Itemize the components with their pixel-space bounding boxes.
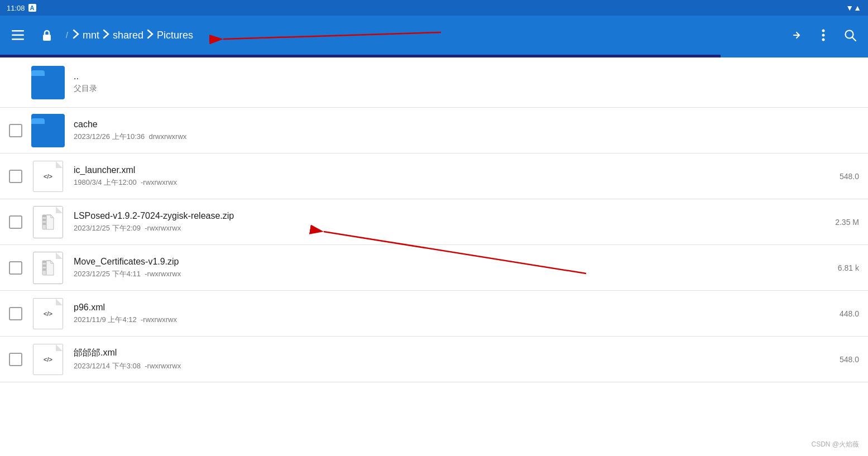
parent-dir-folder-icon bbox=[31, 66, 65, 99]
svg-rect-15 bbox=[42, 265, 46, 267]
more-options-icon[interactable] bbox=[812, 24, 835, 46]
wifi-icon: ▼▲ bbox=[846, 3, 861, 12]
svg-rect-10 bbox=[42, 215, 46, 217]
svg-rect-16 bbox=[42, 268, 46, 271]
svg-point-6 bbox=[822, 39, 825, 41]
file-name-lsposed: LSPosed-v1.9.2-7024-zygisk-release.zip bbox=[74, 211, 835, 221]
file-size-bbb: 548.0 bbox=[840, 355, 859, 364]
parent-dir-label: 父目录 bbox=[74, 84, 97, 94]
file-name-p96: p96.xml bbox=[74, 303, 840, 313]
file-name-move-certs: Move_Certificates-v1.9.zip bbox=[74, 257, 838, 267]
file-name-ic-launcher: ic_launcher.xml bbox=[74, 165, 840, 175]
svg-point-5 bbox=[822, 34, 825, 37]
breadcrumb-root-separator: / bbox=[66, 31, 68, 40]
file-meta-ic-launcher: 1980/3/4 上午12:00 -rwxrwxrwx bbox=[74, 177, 840, 188]
file-size-lsposed: 2.35 M bbox=[835, 218, 859, 227]
file-meta-move-certs: 2023/12/25 下午4:11 -rwxrwxrwx bbox=[74, 269, 838, 279]
svg-rect-14 bbox=[42, 261, 46, 263]
file-item-p96[interactable]: </> p96.xml 2021/11/9 上午4:12 -rwxrwxrwx … bbox=[0, 291, 868, 337]
checkbox-bbb[interactable] bbox=[9, 353, 22, 366]
xml-icon-ic-launcher: </> bbox=[31, 160, 65, 193]
svg-rect-2 bbox=[12, 39, 24, 40]
file-item-lsposed[interactable]: LSPosed-v1.9.2-7024-zygisk-release.zip 2… bbox=[0, 199, 868, 245]
file-item-bbb[interactable]: </> 邰邰邰.xml 2023/12/14 下午3:08 -rwxrwxrwx… bbox=[0, 337, 868, 382]
status-time: 11:08 bbox=[7, 4, 25, 12]
file-info-bbb: 邰邰邰.xml 2023/12/14 下午3:08 -rwxrwxrwx bbox=[74, 347, 840, 371]
breadcrumb-arrow-1 bbox=[73, 29, 79, 42]
file-meta-p96: 2021/11/9 上午4:12 -rwxrwxrwx bbox=[74, 315, 840, 325]
status-icon-a: A bbox=[28, 4, 36, 12]
svg-rect-1 bbox=[12, 35, 24, 36]
file-size-p96: 448.0 bbox=[840, 309, 859, 318]
file-info-lsposed: LSPosed-v1.9.2-7024-zygisk-release.zip 2… bbox=[74, 211, 835, 233]
file-meta-lsposed: 2023/12/25 下午2:09 -rwxrwxrwx bbox=[74, 223, 835, 233]
checkbox-p96[interactable] bbox=[9, 307, 22, 320]
lock-icon bbox=[36, 24, 58, 46]
toolbar-right bbox=[785, 24, 861, 46]
menu-icon[interactable] bbox=[7, 24, 29, 46]
file-info-move-certs: Move_Certificates-v1.9.zip 2023/12/25 下午… bbox=[74, 257, 838, 279]
file-list: .. 父目录 cache 2023/12/26 上午10:36 drwxrwxr… bbox=[0, 57, 868, 456]
file-meta-cache: 2023/12/26 上午10:36 drwxrwxrwx bbox=[74, 132, 859, 142]
file-item-cache[interactable]: cache 2023/12/26 上午10:36 drwxrwxrwx bbox=[0, 108, 868, 153]
zip-icon-move-certs bbox=[31, 251, 65, 285]
parent-dir-info: .. 父目录 bbox=[74, 71, 97, 94]
parent-dir-item[interactable]: .. 父目录 bbox=[0, 57, 868, 108]
file-item-move-certs[interactable]: Move_Certificates-v1.9.zip 2023/12/25 下午… bbox=[0, 245, 868, 291]
file-size-ic-launcher: 548.0 bbox=[840, 172, 859, 181]
checkbox-ic-launcher[interactable] bbox=[9, 170, 22, 183]
file-name-cache: cache bbox=[74, 119, 859, 129]
file-info-ic-launcher: ic_launcher.xml 1980/3/4 上午12:00 -rwxrwx… bbox=[74, 165, 840, 188]
file-size-move-certs: 6.81 k bbox=[838, 263, 859, 272]
toolbar: / mnt shared Pictures bbox=[0, 16, 868, 55]
checkbox-move-certs[interactable] bbox=[9, 261, 22, 275]
file-meta-bbb: 2023/12/14 下午3:08 -rwxrwxrwx bbox=[74, 361, 840, 371]
xml-icon-bbb: </> bbox=[31, 343, 65, 376]
file-name-bbb: 邰邰邰.xml bbox=[74, 347, 840, 359]
svg-rect-3 bbox=[43, 35, 51, 41]
breadcrumb-arrow-3 bbox=[147, 29, 154, 42]
status-bar-left: 11:08 A bbox=[7, 4, 36, 12]
file-item-ic-launcher[interactable]: </> ic_launcher.xml 1980/3/4 上午12:00 -rw… bbox=[0, 153, 868, 199]
watermark: CSDN @火焰薇 bbox=[811, 440, 859, 449]
parent-dir-name: .. bbox=[74, 71, 97, 81]
zip-icon-lsposed bbox=[31, 205, 65, 239]
checkbox-cache[interactable] bbox=[9, 124, 22, 137]
breadcrumb-shared[interactable]: shared bbox=[113, 30, 143, 41]
svg-point-4 bbox=[822, 30, 825, 32]
svg-rect-12 bbox=[42, 223, 46, 225]
svg-rect-11 bbox=[42, 219, 46, 221]
checkbox-lsposed[interactable] bbox=[9, 215, 22, 229]
svg-line-8 bbox=[852, 37, 856, 41]
folder-icon-cache bbox=[31, 114, 65, 147]
xml-icon-p96: </> bbox=[31, 297, 65, 330]
breadcrumb-arrow-2 bbox=[103, 29, 109, 42]
breadcrumb-mnt[interactable]: mnt bbox=[83, 30, 99, 41]
status-bar-right: ▼▲ bbox=[846, 3, 861, 12]
breadcrumb: / mnt shared Pictures bbox=[65, 29, 779, 42]
status-bar: 11:08 A ▼▲ bbox=[0, 0, 868, 16]
breadcrumb-pictures[interactable]: Pictures bbox=[157, 30, 193, 41]
search-icon[interactable] bbox=[839, 24, 861, 46]
file-info-p96: p96.xml 2021/11/9 上午4:12 -rwxrwxrwx bbox=[74, 303, 840, 325]
forward-icon[interactable] bbox=[785, 24, 808, 46]
svg-rect-0 bbox=[12, 30, 24, 32]
file-info-cache: cache 2023/12/26 上午10:36 drwxrwxrwx bbox=[74, 119, 859, 142]
